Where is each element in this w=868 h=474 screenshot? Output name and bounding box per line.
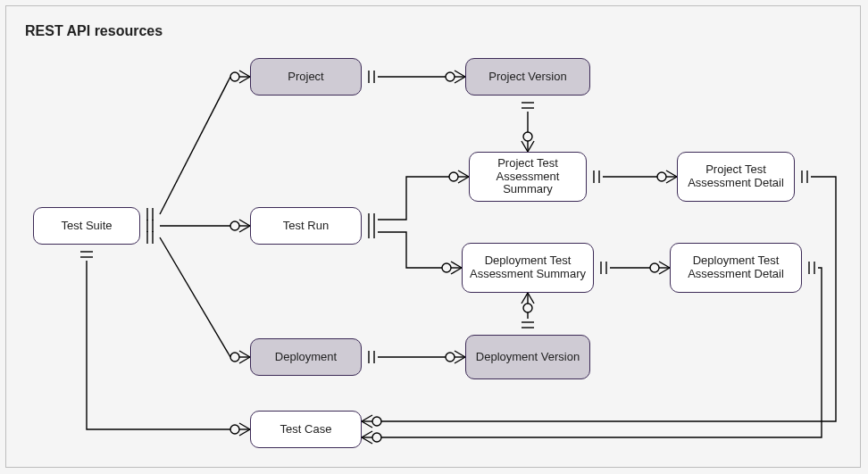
svg-line-88 [362, 437, 372, 444]
entity-project: Project [250, 58, 362, 96]
svg-point-71 [446, 353, 455, 362]
entity-label: Deployment Test Assessment Summary [468, 254, 588, 281]
svg-line-10 [239, 226, 250, 232]
entity-label: Test Case [280, 423, 332, 437]
diagram-canvas: REST API resources Test Suite Project Pr… [0, 0, 868, 474]
entity-test-run: Test Run [250, 207, 362, 245]
entity-depl-detail: Deployment Test Assessment Detail [670, 243, 802, 293]
svg-line-35 [522, 141, 528, 152]
svg-point-90 [372, 433, 381, 442]
svg-point-5 [230, 72, 239, 81]
svg-point-24 [230, 425, 239, 434]
svg-line-28 [455, 71, 465, 77]
svg-point-31 [446, 72, 455, 81]
entity-proj-summary: Project Test Assessment Summary [469, 152, 587, 202]
svg-line-75 [522, 293, 528, 304]
svg-line-21 [239, 423, 250, 429]
entity-deployment: Deployment [250, 338, 362, 376]
entity-label: Test Run [283, 220, 329, 233]
svg-line-69 [455, 357, 465, 363]
svg-point-12 [230, 221, 239, 230]
entity-depl-version: Deployment Version [465, 335, 590, 379]
entity-label: Deployment Version [476, 351, 580, 364]
svg-point-50 [442, 263, 451, 272]
svg-line-3 [239, 77, 250, 83]
entity-label: Test Suite [61, 220, 112, 233]
svg-line-81 [362, 415, 372, 421]
svg-point-84 [372, 417, 381, 426]
entity-proj-detail: Project Test Assessment Detail [677, 152, 795, 202]
svg-line-36 [528, 141, 534, 152]
svg-line-9 [239, 220, 250, 226]
entity-label: Deployment Test Assessment Detail [676, 254, 796, 281]
entity-label: Deployment [275, 351, 337, 364]
svg-line-87 [362, 431, 372, 437]
svg-line-62 [659, 268, 670, 274]
svg-line-2 [239, 71, 250, 77]
svg-line-29 [455, 77, 465, 83]
svg-point-38 [523, 132, 532, 141]
entity-label: Project Test Assessment Detail [683, 163, 789, 190]
entity-project-version: Project Version [465, 58, 590, 96]
svg-line-42 [458, 177, 469, 183]
svg-point-44 [449, 172, 458, 181]
entity-test-suite: Test Suite [33, 207, 140, 245]
svg-line-68 [455, 351, 465, 357]
entity-label: Project Version [488, 71, 566, 84]
svg-line-41 [458, 170, 469, 177]
entity-test-case: Test Case [250, 411, 362, 448]
svg-line-76 [528, 293, 534, 304]
svg-point-57 [657, 172, 666, 181]
svg-line-55 [666, 177, 677, 183]
entity-label: Project [288, 71, 323, 84]
svg-line-48 [451, 268, 462, 274]
svg-point-18 [230, 353, 239, 362]
svg-point-78 [523, 304, 532, 312]
entity-label: Project Test Assessment Summary [475, 157, 580, 197]
svg-line-22 [239, 429, 250, 436]
svg-line-16 [239, 357, 250, 363]
svg-line-82 [362, 421, 372, 428]
svg-point-64 [650, 263, 659, 272]
entity-depl-summary: Deployment Test Assessment Summary [462, 243, 594, 293]
svg-line-47 [451, 262, 462, 268]
svg-line-61 [659, 262, 670, 268]
svg-line-15 [239, 351, 250, 357]
svg-line-54 [666, 170, 677, 177]
